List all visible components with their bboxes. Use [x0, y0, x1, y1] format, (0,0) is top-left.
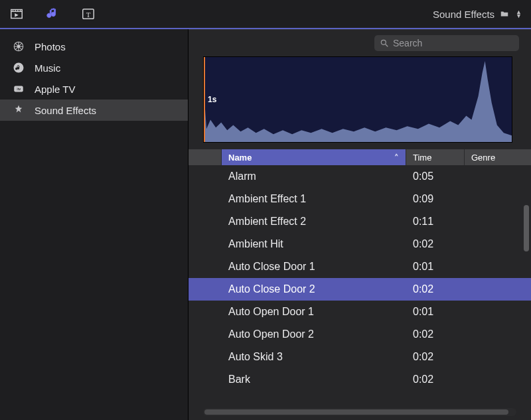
sidebar-item-music[interactable]: Music	[0, 57, 188, 78]
sidebar: PhotosMusictvApple TVSound Effects	[0, 29, 189, 420]
main-pane: 1s Name ˄ Time Genre Alarm0:05Ambient Ef…	[189, 29, 531, 420]
sidebar-item-soundeffects[interactable]: Sound Effects	[0, 100, 188, 121]
sidebar-item-label: Music	[35, 62, 60, 74]
table-row[interactable]: Bark0:02	[189, 368, 531, 391]
name-cell: Auto Open Door 2	[222, 328, 406, 340]
table-header: Name ˄ Time Genre	[189, 149, 531, 165]
search-bar-area	[189, 30, 531, 56]
table-row[interactable]: Ambient Effect 10:09	[189, 188, 531, 210]
table-row[interactable]: Auto Close Door 20:02	[189, 278, 531, 301]
photos-icon	[12, 40, 25, 52]
sidebar-item-label: Photos	[35, 41, 66, 52]
column-play[interactable]	[189, 149, 222, 165]
sound-effects-table: Name ˄ Time Genre Alarm0:05Ambient Effec…	[189, 149, 531, 407]
name-cell: Auto Skid 3	[222, 351, 406, 363]
svg-point-12	[381, 40, 386, 44]
folder-icon	[500, 9, 509, 19]
column-genre-label: Genre	[471, 153, 495, 163]
library-picker[interactable]: Sound Effects ▲▼	[433, 9, 522, 20]
name-cell: Ambient Effect 1	[222, 193, 406, 205]
table-row[interactable]: Alarm0:05	[189, 165, 531, 188]
column-time-label: Time	[413, 153, 431, 163]
table-row[interactable]: Ambient Effect 20:11	[189, 210, 531, 233]
search-field[interactable]	[374, 35, 519, 51]
playhead[interactable]	[204, 57, 205, 142]
time-marker: 1s	[208, 95, 216, 104]
search-input[interactable]	[393, 38, 514, 48]
name-cell: Alarm	[222, 171, 406, 182]
split-view: PhotosMusictvApple TVSound Effects 1s	[0, 29, 531, 420]
table-row[interactable]: Auto Open Door 20:02	[189, 323, 531, 346]
table-row[interactable]: Auto Close Door 10:01	[189, 255, 531, 278]
table-row[interactable]: Auto Skid 30:02	[189, 346, 531, 368]
audio-library-tab-icon[interactable]	[45, 7, 60, 21]
vertical-scrollbar[interactable]	[523, 202, 530, 407]
sidebar-item-photos[interactable]: Photos	[0, 36, 188, 57]
column-name[interactable]: Name ˄	[222, 149, 406, 165]
time-cell: 0:11	[406, 216, 465, 228]
scrollbar-thumb[interactable]	[524, 205, 529, 251]
waveform-preview[interactable]: 1s	[203, 56, 512, 143]
scrollbar-thumb[interactable]	[204, 409, 508, 415]
horizontal-scrollbar[interactable]	[203, 408, 516, 416]
name-cell: Auto Close Door 2	[222, 283, 406, 295]
video-library-tab-icon[interactable]	[9, 7, 24, 21]
time-cell: 0:02	[406, 374, 465, 385]
sidebar-item-label: Apple TV	[35, 84, 75, 95]
music-icon	[12, 62, 25, 74]
time-cell: 0:01	[406, 306, 465, 318]
toolbar-tabs: T	[9, 7, 96, 21]
name-cell: Ambient Hit	[222, 238, 406, 250]
sort-ascending-icon: ˄	[394, 153, 399, 163]
library-title: Sound Effects	[433, 9, 494, 20]
time-cell: 0:02	[406, 238, 465, 250]
name-cell: Auto Open Door 1	[222, 306, 406, 318]
table-body[interactable]: Alarm0:05Ambient Effect 10:09Ambient Eff…	[189, 165, 531, 407]
table-row[interactable]: Auto Open Door 10:01	[189, 301, 531, 323]
stepper-icon: ▲▼	[516, 10, 522, 18]
svg-text:T: T	[86, 11, 91, 19]
waveform-preview-area: 1s	[203, 56, 512, 143]
time-cell: 0:05	[406, 171, 465, 182]
name-cell: Ambient Effect 2	[222, 216, 406, 228]
table-row[interactable]: Ambient Hit0:02	[189, 233, 531, 255]
time-cell: 0:02	[406, 351, 465, 363]
soundeffects-icon	[12, 104, 25, 116]
waveform-graphic	[204, 57, 512, 142]
time-cell: 0:09	[406, 193, 465, 205]
titles-tab-icon[interactable]: T	[81, 7, 96, 21]
svg-text:tv: tv	[17, 87, 21, 91]
svg-marker-0	[15, 13, 19, 17]
column-name-label: Name	[228, 153, 252, 163]
sidebar-item-appletv[interactable]: tvApple TV	[0, 78, 188, 100]
name-cell: Auto Close Door 1	[222, 261, 406, 273]
time-cell: 0:02	[406, 328, 465, 340]
sidebar-item-label: Sound Effects	[35, 105, 96, 116]
top-toolbar: T Sound Effects ▲▼	[0, 0, 531, 29]
search-icon	[380, 38, 389, 48]
time-cell: 0:01	[406, 261, 465, 273]
svg-line-13	[386, 44, 388, 47]
time-cell: 0:02	[406, 283, 465, 295]
appletv-icon: tv	[12, 83, 25, 95]
column-genre[interactable]: Genre	[465, 149, 531, 165]
column-time[interactable]: Time	[406, 149, 465, 165]
name-cell: Bark	[222, 374, 406, 385]
